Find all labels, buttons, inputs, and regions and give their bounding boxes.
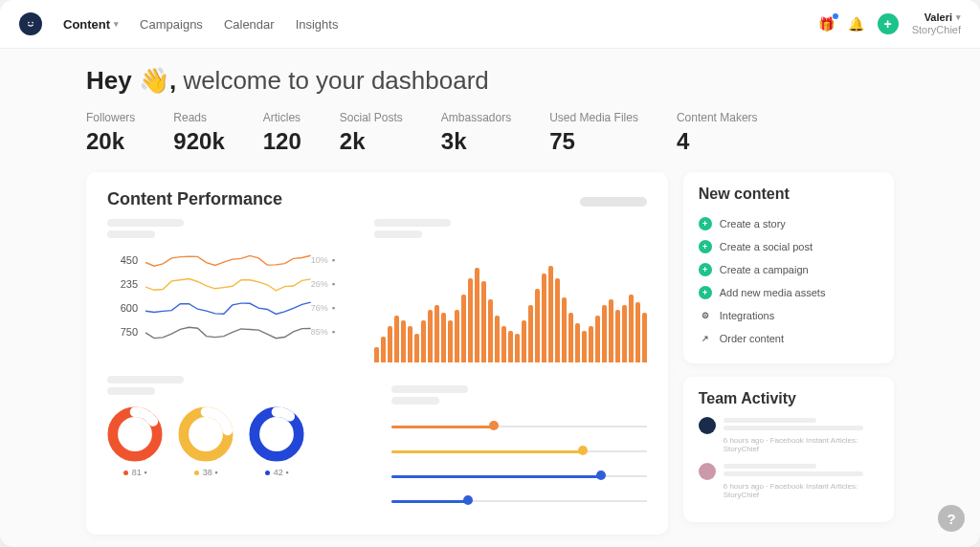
filter-placeholder[interactable] xyxy=(580,197,647,207)
team-activity-card: Team Activity 6 hours ago · Facebook Ins… xyxy=(683,377,894,522)
series-pct: 85% ▪ xyxy=(311,327,345,337)
ring-icon xyxy=(178,406,234,462)
bar xyxy=(535,289,540,362)
help-button[interactable]: ? xyxy=(938,505,965,532)
stat-item: Articles120 xyxy=(263,111,301,155)
bar xyxy=(508,331,513,362)
nav-calendar[interactable]: Calendar xyxy=(224,17,275,32)
bar xyxy=(515,334,520,363)
bar xyxy=(461,295,466,363)
bar xyxy=(448,320,453,362)
stat-label: Articles xyxy=(263,111,301,124)
stat-value: 920k xyxy=(173,128,224,155)
bar xyxy=(421,320,426,362)
new-content-item[interactable]: +Create a campaign xyxy=(699,258,879,281)
slider[interactable] xyxy=(391,443,647,458)
new-content-item[interactable]: ⚙Integrations xyxy=(699,304,879,327)
new-content-item[interactable]: ↗Order content xyxy=(699,327,879,350)
nav-campaigns[interactable]: Campaigns xyxy=(140,17,203,32)
card-title: Team Activity xyxy=(699,390,879,407)
stat-label: Social Posts xyxy=(340,111,403,124)
ring-charts: 81 ▪ 38 ▪ 42 ▪ xyxy=(107,406,363,477)
item-label: Create a story xyxy=(720,218,786,230)
bar xyxy=(622,305,627,363)
bar xyxy=(408,326,412,363)
bar xyxy=(642,313,647,363)
bar xyxy=(609,299,613,362)
nav-content[interactable]: Content▾ xyxy=(63,17,119,32)
user-menu[interactable]: Valeri▾ StoryChief xyxy=(912,11,961,36)
bar xyxy=(542,274,546,363)
bell-icon[interactable]: 🔔 xyxy=(848,16,864,32)
slider[interactable] xyxy=(391,418,647,433)
slider[interactable] xyxy=(391,468,647,483)
activity-meta: 6 hours ago · Facebook Instant Articles:… xyxy=(724,436,879,453)
nav-insights[interactable]: Insights xyxy=(296,17,339,32)
avatar xyxy=(699,463,716,480)
item-label: Create a social post xyxy=(720,241,813,252)
add-button[interactable]: + xyxy=(878,13,899,34)
series-value: 750 xyxy=(107,326,138,338)
svg-point-0 xyxy=(25,18,36,30)
series-value: 235 xyxy=(107,278,138,290)
series-pct: 10% ▪ xyxy=(311,255,345,265)
chevron-down-icon: ▾ xyxy=(956,12,961,23)
ring-icon xyxy=(107,406,163,462)
series-value: 450 xyxy=(107,254,138,266)
gift-icon[interactable]: 🎁 xyxy=(818,16,835,32)
bar xyxy=(495,316,500,363)
bar xyxy=(615,310,620,362)
create-icon: + xyxy=(699,240,712,253)
item-label: Order content xyxy=(720,333,784,344)
stat-label: Reads xyxy=(173,111,224,124)
new-content-item[interactable]: +Add new media assets xyxy=(699,281,879,304)
bar xyxy=(501,326,506,363)
activity-item[interactable]: 6 hours ago · Facebook Instant Articles:… xyxy=(699,463,879,499)
stat-item: Reads920k xyxy=(173,111,224,155)
bar xyxy=(602,305,607,363)
bar xyxy=(455,310,459,362)
bar xyxy=(522,320,526,362)
create-icon: + xyxy=(699,217,712,230)
bar xyxy=(568,313,573,363)
stat-value: 3k xyxy=(441,128,511,155)
bar xyxy=(434,305,439,363)
bar xyxy=(555,278,560,362)
content-performance-card: Content Performance 450 10% ▪235 26% ▪60… xyxy=(86,172,668,535)
avatar xyxy=(699,417,716,434)
bar xyxy=(441,313,446,363)
new-content-item[interactable]: +Create a social post xyxy=(699,235,879,258)
settings-icon: ⚙ xyxy=(699,309,712,322)
ring-label: 81 ▪ xyxy=(123,468,147,477)
activity-meta: 6 hours ago · Facebook Instant Articles:… xyxy=(724,482,879,499)
bar xyxy=(468,278,473,362)
activity-item[interactable]: 6 hours ago · Facebook Instant Articles:… xyxy=(699,417,879,453)
welcome-heading: Hey 👋, welcome to your dashboard xyxy=(86,66,894,96)
stat-item: Ambassadors3k xyxy=(441,111,511,155)
stat-value: 120 xyxy=(263,128,301,155)
slider[interactable] xyxy=(391,492,647,508)
bar xyxy=(589,326,593,363)
bar xyxy=(475,268,479,362)
bar xyxy=(528,305,533,363)
stat-item: Followers20k xyxy=(86,111,135,155)
line-chart: 450 10% ▪235 26% ▪600 76% ▪750 85% ▪ xyxy=(107,248,345,353)
create-icon: + xyxy=(699,263,712,276)
stat-value: 4 xyxy=(677,128,758,155)
bar xyxy=(582,331,587,362)
bar xyxy=(414,334,419,363)
stat-item: Social Posts2k xyxy=(340,111,403,155)
ring-icon xyxy=(249,406,304,462)
stat-value: 20k xyxy=(86,128,135,155)
new-content-card: New content +Create a story+Create a soc… xyxy=(683,172,894,363)
bar xyxy=(488,299,493,362)
bar xyxy=(635,302,640,363)
stat-item: Used Media Files75 xyxy=(549,111,638,155)
logo[interactable] xyxy=(19,12,42,35)
stat-item: Content Makers4 xyxy=(677,111,758,155)
bar xyxy=(381,337,386,363)
item-label: Create a campaign xyxy=(720,264,809,275)
bar xyxy=(374,347,379,363)
bar xyxy=(575,323,580,363)
new-content-item[interactable]: +Create a story xyxy=(699,212,879,235)
